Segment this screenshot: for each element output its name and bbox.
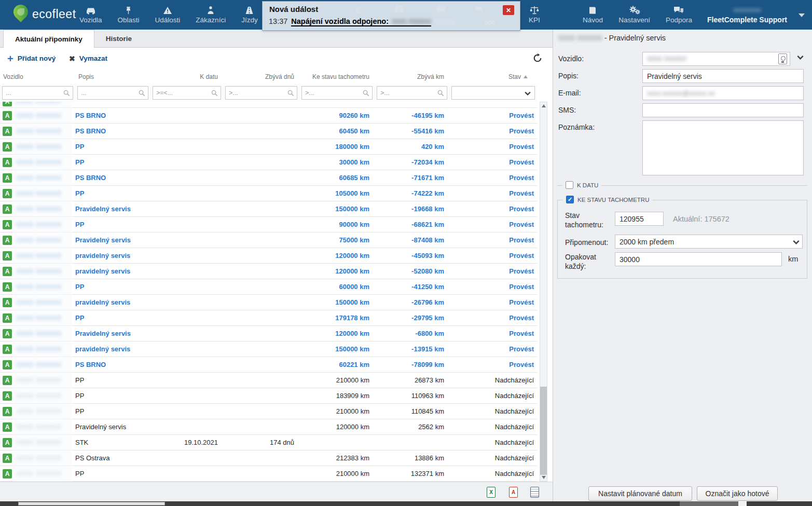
table-row[interactable]: A0000 000000Pravidelný servis120000 km-6… [0,326,537,341]
table-row[interactable]: A0000 000000PP179178 km-29795 kmProvést [0,310,537,326]
status-cell: Nadcházející [449,470,537,477]
table-row[interactable]: A0000 000000PP30000 km-72034 kmProvést [0,155,537,170]
provest-link[interactable]: Provést [509,221,534,228]
filter-tachometr-input[interactable] [301,86,373,100]
tab-historie[interactable]: Historie [94,30,143,47]
add-new-button[interactable]: + Přidat nový [7,48,56,69]
tachometer-checkbox[interactable] [566,196,574,203]
col-vozidlo[interactable]: Vozidlo [0,69,75,85]
brand-text: ecofleet [32,7,76,21]
table-row[interactable]: A0000 000000PS BRNO60685 km-71671 kmProv… [0,170,537,186]
email-input[interactable]: xxxx.xxxxxx@xxxxx.xx [642,86,804,100]
stav-tachometru-input[interactable] [615,212,664,226]
horizontal-scrollbar[interactable] [0,501,812,506]
table-row[interactable]: A0000 000000PP60000 km-41250 kmProvést [0,279,537,295]
nav-udalosti[interactable]: Události [147,0,188,30]
table-row-clipped[interactable]: A 0000 000000 [0,102,537,108]
provest-link[interactable]: Provést [509,174,534,182]
filter-zbyva-km-input[interactable] [377,86,447,100]
pdf-export-icon[interactable]: A [509,487,518,498]
table-row[interactable]: A0000 000000pravidelný servis120000 km-4… [0,248,537,264]
table-row[interactable]: A0000 000000PP90000 km-68621 kmProvést [0,217,537,233]
table-row[interactable]: A0000 000000PS BRNO60450 km-55416 kmProv… [0,124,537,139]
table-row[interactable]: A0000 000000Pravidelný servis75000 km-87… [0,233,537,248]
opakovat-input[interactable] [615,252,782,266]
notification-event-link[interactable]: Napájení vozidla odpojeno: 0000 000000 [291,17,431,26]
nav-vozidla[interactable]: Vozidla [72,0,110,30]
provest-link[interactable]: Provést [509,236,534,244]
vehicle-lookup-icon[interactable] [778,53,787,64]
nav-oblasti[interactable]: Oblasti [110,0,147,30]
table-row[interactable]: A0000 000000PP180000 km420 kmProvést [0,139,537,155]
table-row[interactable]: A0000 000000PS BRNO60221 km-78099 kmProv… [0,357,537,373]
filter-vozidlo-input[interactable] [2,86,73,100]
provest-link[interactable]: Provést [509,298,534,306]
filter-popis-input[interactable] [77,86,148,100]
tab-aktualni-pripominky[interactable]: Aktuální připomínky [3,30,94,48]
col-zbyva-dnu[interactable]: Zbývá dnů [223,69,299,85]
nav-zakaznici[interactable]: Zákazníci [188,0,233,30]
table-row[interactable]: A0000 000000PP105000 km-74222 kmProvést [0,186,537,201]
table-row[interactable]: A0000 000000PP210000 km132371 kmNadcháze… [0,466,537,482]
provest-link[interactable]: Provést [509,330,534,337]
provest-link[interactable]: Provést [509,143,534,151]
excel-export-icon[interactable]: X [487,487,496,498]
col-tachometr[interactable]: Ke stavu tachometru [299,69,375,85]
set-planned-date-button[interactable]: Nastavit plánované datum [588,486,692,501]
provest-link[interactable]: Provést [509,158,534,166]
nav-kpi[interactable]: KPI [521,0,548,30]
popis-input[interactable] [642,69,804,83]
scrollbar-thumb[interactable] [540,387,547,475]
provest-link[interactable]: Provést [509,361,534,368]
nav-nastaveni[interactable]: Nastavení [611,0,658,30]
nav-jizdy[interactable]: Jízdy [233,0,266,30]
provest-link[interactable]: Provést [509,314,534,322]
scroll-down-arrow[interactable] [540,474,547,481]
k-datu-checkbox[interactable] [566,181,573,189]
col-k-datu[interactable]: K datu [150,69,223,85]
provest-link[interactable]: Provést [509,112,534,119]
table-row[interactable]: A0000 000000STK19.10.2021174 dnůNadcháze… [0,435,537,450]
provest-link[interactable]: Provést [509,252,534,259]
table-row[interactable]: A0000 000000Pravidelný servis120000 km25… [0,419,537,435]
mark-as-done-button[interactable]: Označit jako hotové [697,486,778,501]
ecofleet-logo[interactable]: ecofleet [13,5,76,23]
pripomenout-select[interactable]: 2000 km předem [615,235,803,249]
col-popis[interactable]: Popis [75,69,150,85]
chevron-down-icon[interactable] [799,13,805,17]
sms-input[interactable] [642,103,804,117]
scroll-up-arrow[interactable] [540,102,547,110]
table-row[interactable]: A0000 000000PP210000 km110845 kmNadcháze… [0,404,537,419]
group-a-badge: A [3,158,12,167]
nav-navod[interactable]: Návod [575,0,611,30]
hscrollbar-thumb[interactable] [18,502,165,505]
close-icon[interactable]: ✕ [503,5,514,15]
table-row[interactable]: A0000 000000pravidelný servis150000 km-1… [0,341,537,357]
document-export-icon[interactable] [530,487,539,498]
col-zbyva-km[interactable]: Zbývá km [375,69,449,85]
table-row[interactable]: A0000 000000PP210000 km26873 kmNadcházej… [0,373,537,388]
nav-podpora[interactable]: Podpora [658,0,700,30]
table-row[interactable]: A0000 000000pravidelný servis120000 km-5… [0,264,537,279]
col-stav[interactable]: Stav [449,69,537,85]
provest-link[interactable]: Provést [509,189,534,197]
filter-zbyva-dnu-input[interactable] [225,86,297,100]
provest-link[interactable]: Provést [509,283,534,291]
vertical-scrollbar[interactable] [540,102,547,482]
poznamka-textarea[interactable] [642,120,804,175]
vozidlo-combobox[interactable]: 0000 000000 [642,52,804,66]
filter-stav-select[interactable] [451,86,535,100]
table-row[interactable]: A0000 000000PP183909 km110963 kmNadcháze… [0,388,537,404]
provest-link[interactable]: Provést [509,205,534,213]
refresh-icon[interactable] [533,53,542,63]
provest-link[interactable]: Provést [509,267,534,275]
provest-link[interactable]: Provést [509,345,534,353]
table-row[interactable]: A0000 000000pravidelný servis150000 km-2… [0,295,537,310]
clear-button[interactable]: ✖ Vymazat [69,48,107,69]
chevron-down-icon[interactable] [797,55,804,60]
table-row[interactable]: A0000 000000PS BRNO90260 km-46195 kmProv… [0,108,537,124]
user-account-menu[interactable]: xxxxxxxxx FleetComplete Support [700,0,794,30]
table-row[interactable]: A0000 000000Pravidelný servis150000 km-1… [0,201,537,217]
table-row[interactable]: A0000 000000PS Ostrava212383 km13886 kmN… [0,450,537,466]
provest-link[interactable]: Provést [509,127,534,135]
